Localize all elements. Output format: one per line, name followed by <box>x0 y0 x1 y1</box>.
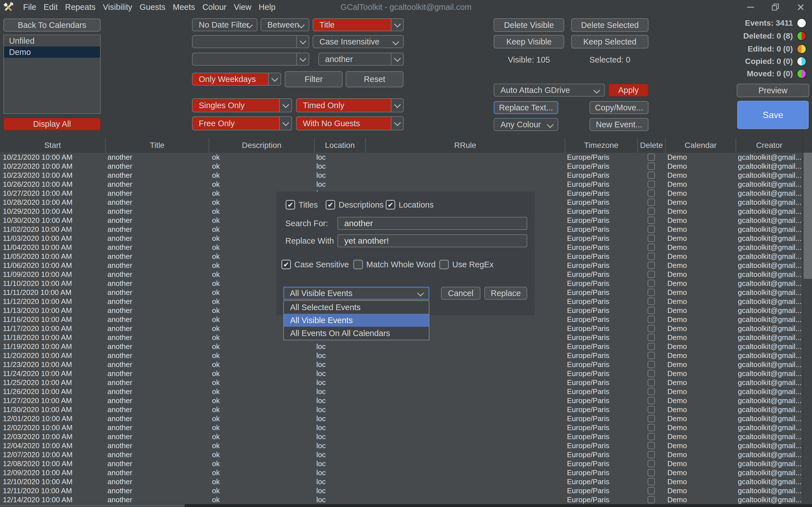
case-mode-dropdown[interactable]: Case Insensitive <box>313 35 404 48</box>
table-row[interactable]: 12/08/2020 10:00 AManotheroklocEurope/Pa… <box>0 459 802 468</box>
date-filter-dropdown[interactable]: No Date Filter <box>192 18 257 31</box>
table-row[interactable]: 11/25/2020 10:00 AManotheroklocEurope/Pa… <box>0 378 802 387</box>
table-row[interactable]: 12/07/2020 10:00 AManotheroklocEurope/Pa… <box>0 450 802 459</box>
menu-visibility[interactable]: Visibility <box>103 0 132 14</box>
delete-checkbox[interactable] <box>648 262 655 269</box>
calendar-list[interactable]: UnfiledDemo <box>3 35 101 114</box>
table-row[interactable]: 11/27/2020 10:00 AManotheroklocEurope/Pa… <box>0 396 802 405</box>
menu-edit[interactable]: Edit <box>44 0 58 14</box>
between-dropdown[interactable]: Between <box>260 18 309 31</box>
delete-checkbox[interactable] <box>648 478 655 485</box>
table-row[interactable]: 11/20/2020 10:00 AManotheroklocEurope/Pa… <box>0 351 802 360</box>
column-header-calendar[interactable]: Calendar <box>665 138 735 153</box>
reset-button[interactable]: Reset <box>346 71 403 87</box>
delete-checkbox[interactable] <box>648 460 655 467</box>
calendar-list-item-unfiled[interactable]: Unfiled <box>4 35 100 47</box>
delete-checkbox[interactable] <box>648 280 655 287</box>
delete-checkbox[interactable] <box>648 424 655 431</box>
search-term-combo[interactable]: another <box>318 53 404 66</box>
checkbox-unchecked-icon[interactable] <box>439 260 449 269</box>
delete-checkbox[interactable] <box>648 289 655 296</box>
delete-checkbox[interactable] <box>648 172 655 179</box>
delete-checkbox[interactable] <box>648 388 655 395</box>
minimize-button[interactable] <box>741 0 760 14</box>
column-header-timezone[interactable]: Timezone <box>565 138 637 153</box>
horizontal-scrollbar[interactable] <box>0 504 812 507</box>
table-row[interactable]: 12/11/2020 10:00 AManotheroklocEurope/Pa… <box>0 486 802 495</box>
scope-option-all-selected-events[interactable]: All Selected Events <box>284 301 429 314</box>
replace-text-button[interactable]: Replace Text... <box>494 101 558 114</box>
menu-view[interactable]: View <box>234 0 251 14</box>
delete-checkbox[interactable] <box>648 379 655 386</box>
delete-checkbox[interactable] <box>648 154 655 161</box>
save-button[interactable]: Save <box>737 101 809 129</box>
vertical-scrollbar[interactable] <box>802 138 812 507</box>
scope-option-all-visible-events[interactable]: All Visible Events <box>284 314 429 327</box>
table-row[interactable]: 12/10/2020 10:00 AManotheroklocEurope/Pa… <box>0 477 802 486</box>
delete-checkbox[interactable] <box>648 226 655 233</box>
delete-checkbox[interactable] <box>648 415 655 422</box>
field-dropdown[interactable]: Title <box>313 18 404 31</box>
display-all-button[interactable]: Display All <box>3 118 101 130</box>
checkbox-checked-icon[interactable]: ✔ <box>286 200 295 210</box>
delete-checkbox[interactable] <box>648 469 655 476</box>
table-row[interactable]: 12/04/2020 10:00 AManotheroklocEurope/Pa… <box>0 441 802 450</box>
replace-with-input[interactable]: yet another! <box>338 234 527 247</box>
checkbox-unchecked-icon[interactable] <box>353 260 363 269</box>
delete-checkbox[interactable] <box>648 487 655 494</box>
table-row[interactable]: 12/03/2020 10:00 AManotheroklocEurope/Pa… <box>0 432 802 441</box>
repeat-filter-dropdown[interactable]: Singles Only <box>192 98 292 112</box>
checkbox-item-locations[interactable]: ✔Locations <box>386 200 434 210</box>
delete-checkbox[interactable] <box>648 433 655 440</box>
column-header-creator[interactable]: Creator <box>735 138 802 153</box>
checkbox-item-descriptions[interactable]: ✔Descriptions <box>326 200 384 210</box>
preview-button[interactable]: Preview <box>737 83 809 97</box>
checkbox-checked-icon[interactable]: ✔ <box>326 200 335 210</box>
delete-checkbox[interactable] <box>648 244 655 251</box>
column-header-start[interactable]: Start <box>0 138 105 153</box>
delete-checkbox[interactable] <box>648 199 655 206</box>
weekday-filter-dropdown[interactable]: Only Weekdays <box>192 73 281 86</box>
menu-guests[interactable]: Guests <box>140 0 165 14</box>
horizontal-scrollbar-thumb[interactable] <box>0 504 185 507</box>
delete-checkbox[interactable] <box>648 361 655 368</box>
delete-checkbox[interactable] <box>648 208 655 215</box>
table-row[interactable]: 12/02/2020 10:00 AManotheroklocEurope/Pa… <box>0 423 802 432</box>
checkbox-item-match-whole-word[interactable]: Match Whole Word <box>353 259 436 270</box>
delete-checkbox[interactable] <box>648 298 655 305</box>
delete-checkbox[interactable] <box>648 343 655 350</box>
copy-move-button[interactable]: Copy/Move... <box>590 101 649 114</box>
table-row[interactable]: 11/26/2020 10:00 AManotheroklocEurope/Pa… <box>0 387 802 396</box>
apply-button[interactable]: Apply <box>608 83 649 97</box>
keep-selected-button[interactable]: Keep Selected <box>571 35 649 48</box>
delete-checkbox[interactable] <box>648 334 655 341</box>
delete-checkbox[interactable] <box>648 217 655 224</box>
scope-select[interactable]: All Visible Events <box>283 287 429 300</box>
table-row[interactable]: 10/22/2020 10:00 AManotheroklocEurope/Pa… <box>0 162 802 171</box>
delete-checkbox[interactable] <box>648 406 655 413</box>
filter-button[interactable]: Filter <box>285 71 343 87</box>
cancel-button[interactable]: Cancel <box>441 287 480 300</box>
delete-selected-button[interactable]: Delete Selected <box>571 18 649 32</box>
vertical-scrollbar-thumb[interactable] <box>804 153 812 279</box>
table-row[interactable]: 10/21/2020 10:00 AManotheroklocEurope/Pa… <box>0 153 802 162</box>
new-event-button[interactable]: New Event... <box>590 118 649 131</box>
checkbox-item-titles[interactable]: ✔Titles <box>286 200 318 210</box>
date-from-combo[interactable] <box>192 35 309 48</box>
guest-filter-dropdown[interactable]: With No Guests <box>296 116 404 130</box>
delete-checkbox[interactable] <box>648 442 655 449</box>
menu-colour[interactable]: Colour <box>202 0 226 14</box>
delete-checkbox[interactable] <box>648 189 655 197</box>
table-row[interactable]: 12/14/2020 10:00 AManotheroklocEurope/Pa… <box>0 495 802 504</box>
column-header-title[interactable]: Title <box>105 138 209 153</box>
delete-checkbox[interactable] <box>648 180 655 188</box>
search-for-input[interactable]: another <box>338 217 527 230</box>
menu-file[interactable]: File <box>23 0 36 14</box>
scope-dropdown-list[interactable]: All Selected EventsAll Visible EventsAll… <box>283 300 429 340</box>
date-to-combo[interactable] <box>192 53 309 66</box>
restore-button[interactable] <box>765 0 785 14</box>
scope-option-all-events-on-all-calendars[interactable]: All Events On All Calendars <box>284 327 429 340</box>
table-row[interactable]: 10/23/2020 10:00 AManotheroklocEurope/Pa… <box>0 171 802 180</box>
table-row[interactable]: 12/09/2020 10:00 AManotheroklocEurope/Pa… <box>0 468 802 477</box>
delete-checkbox[interactable] <box>648 316 655 323</box>
